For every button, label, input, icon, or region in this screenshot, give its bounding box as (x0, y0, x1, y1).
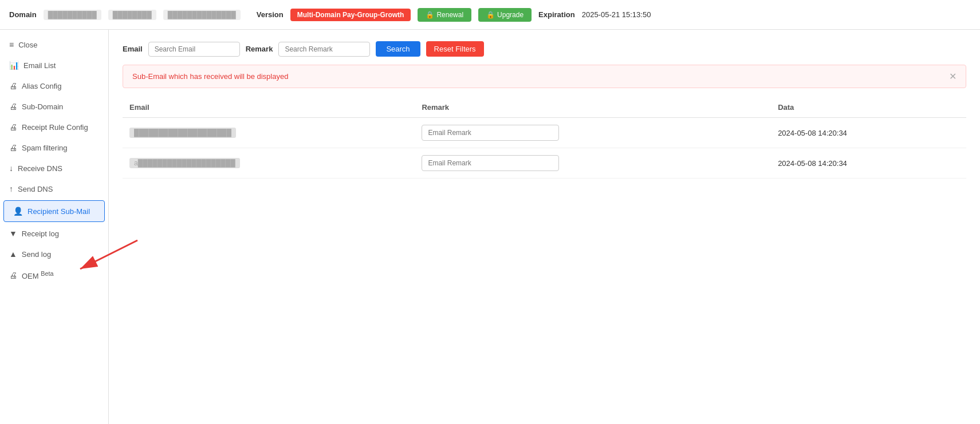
sidebar-item-spam[interactable]: 🖨 Spam filtering (0, 137, 108, 158)
sidebar-item-email-list[interactable]: 📊 Email List (0, 55, 108, 76)
table-row: ████████████████████ 2024-05-08 14:20:34 (123, 118, 966, 148)
col-header-remark: Remark (415, 97, 771, 118)
remark-input-1[interactable] (422, 125, 559, 141)
sidebar-item-label: OEM Beta (22, 270, 54, 280)
email-table: Email Remark Data ████████████████████ 2… (123, 97, 966, 179)
renewal-button[interactable]: 🔒 Renewal (418, 8, 471, 22)
sidebar-item-send-dns[interactable]: ↑ Send DNS (0, 179, 108, 199)
sidebar-item-send-log[interactable]: ▲ Send log (0, 244, 108, 264)
sidebar-item-label: Sub-Domain (22, 102, 63, 111)
domain-value-2: ████████ (108, 10, 156, 20)
expiration-label: Expiration (538, 10, 575, 19)
date-cell-1: 2024-05-08 14:20:34 (771, 118, 966, 148)
receipt-log-icon: ▼ (9, 229, 17, 238)
email-value-2: a████████████████████ (129, 158, 240, 168)
version-badge: Multi-Domain Pay-Group-Growth (290, 9, 411, 21)
main-layout: ≡ Close 📊 Email List 🖨 Alias Config 🖨 Su… (0, 30, 980, 424)
alert-bar: Sub-Email which has received will be dis… (123, 65, 966, 88)
send-dns-icon: ↑ (9, 184, 13, 193)
sidebar-item-oem[interactable]: 🖨 OEM Beta (0, 264, 108, 286)
sidebar-item-label: Send log (22, 250, 51, 259)
sidebar-item-label: Recipient Sub-Mail (27, 207, 90, 216)
reset-filters-button[interactable]: Reset Filters (426, 41, 484, 57)
receive-dns-icon: ↓ (9, 164, 13, 173)
sidebar-item-receipt-rule[interactable]: 🖨 Receipt Rule Config (0, 117, 108, 137)
content-area: Email Remark Search Reset Filters Sub-Em… (109, 30, 980, 424)
domain-label: Domain (9, 10, 37, 19)
sidebar-item-label: Spam filtering (22, 144, 67, 152)
remark-input-2[interactable] (422, 155, 559, 171)
sidebar-item-label: Receipt log (22, 229, 59, 238)
lock-icon-2: 🔒 (486, 11, 495, 19)
table-row: a████████████████████ 2024-05-08 14:20:3… (123, 148, 966, 179)
sidebar-item-label: Alias Config (22, 82, 61, 90)
email-filter-label: Email (123, 45, 143, 53)
email-value-1: ████████████████████ (129, 128, 236, 138)
sidebar-item-label: Send DNS (18, 185, 53, 193)
receipt-rule-icon: 🖨 (9, 122, 17, 132)
subdomain-icon: 🖨 (9, 102, 17, 111)
email-cell-2: a████████████████████ (123, 148, 415, 179)
sidebar-item-label: Receive DNS (18, 164, 62, 173)
oem-icon: 🖨 (9, 271, 17, 280)
domain-value-1: ██████████ (44, 10, 101, 20)
chart-icon: 📊 (9, 61, 19, 70)
email-cell-1: ████████████████████ (123, 118, 415, 148)
alert-close-button[interactable]: ✕ (949, 71, 957, 82)
col-header-email: Email (123, 97, 415, 118)
lock-icon: 🔒 (426, 11, 434, 19)
remark-filter-label: Remark (246, 45, 273, 53)
top-header: Domain ██████████ ████████ █████████████… (0, 0, 980, 30)
alias-icon: 🖨 (9, 81, 17, 90)
sidebar-item-recipient-submail[interactable]: 👤 Recipient Sub-Mail (3, 200, 105, 222)
sidebar-item-receive-dns[interactable]: ↓ Receive DNS (0, 158, 108, 179)
user-icon: 👤 (13, 207, 23, 216)
menu-icon: ≡ (9, 40, 14, 49)
filter-bar: Email Remark Search Reset Filters (123, 41, 966, 57)
sidebar-item-label: Close (18, 41, 37, 49)
sidebar-item-close[interactable]: ≡ Close (0, 34, 108, 55)
remark-cell-1[interactable] (415, 118, 771, 148)
expiration-value: 2025-05-21 15:13:50 (582, 10, 651, 19)
sidebar-item-label: Receipt Rule Config (22, 123, 88, 132)
sidebar-item-sub-domain[interactable]: 🖨 Sub-Domain (0, 96, 108, 117)
sidebar: ≡ Close 📊 Email List 🖨 Alias Config 🖨 Su… (0, 30, 109, 424)
sidebar-item-receipt-log[interactable]: ▼ Receipt log (0, 223, 108, 244)
date-cell-2: 2024-05-08 14:20:34 (771, 148, 966, 179)
remark-search-input[interactable] (278, 42, 370, 57)
email-search-input[interactable] (148, 42, 240, 57)
col-header-data: Data (771, 97, 966, 118)
domain-value-3: ██████████████ (163, 10, 241, 20)
upgrade-button[interactable]: 🔒 Upgrade (478, 8, 532, 22)
spam-icon: 🖨 (9, 143, 17, 152)
send-log-icon: ▲ (9, 249, 17, 259)
remark-cell-2[interactable] (415, 148, 771, 179)
search-button[interactable]: Search (376, 41, 420, 57)
sidebar-item-alias-config[interactable]: 🖨 Alias Config (0, 76, 108, 96)
alert-message: Sub-Email which has received will be dis… (132, 72, 288, 81)
version-label: Version (257, 10, 284, 19)
sidebar-item-label: Email List (23, 61, 56, 70)
